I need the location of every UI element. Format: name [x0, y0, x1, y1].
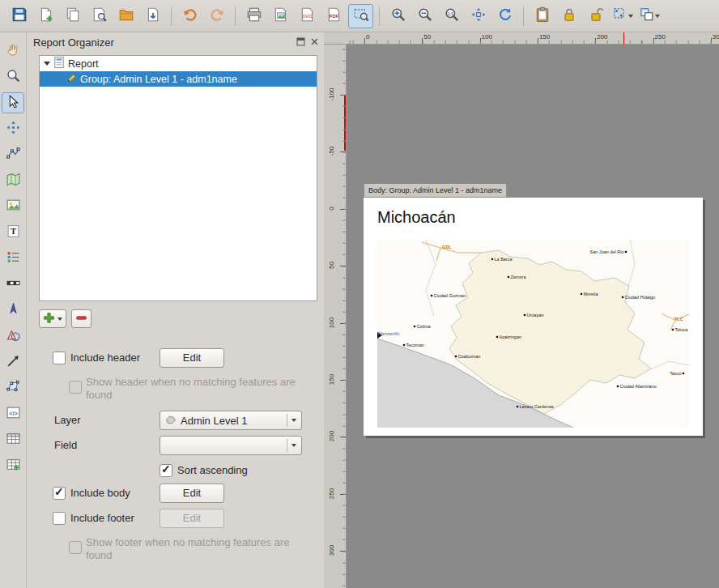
save-as-template-button[interactable] — [140, 4, 165, 28]
export-pdf-icon: PDF — [326, 6, 342, 25]
pan-tool-button[interactable] — [2, 40, 24, 62]
field-combo[interactable] — [160, 436, 302, 455]
unlock-items-button[interactable] — [583, 4, 608, 28]
layout-canvas-area: 050100150200250300 -100-5005010015020025… — [324, 32, 719, 588]
add-shape-button[interactable] — [2, 326, 24, 347]
preview-refresh-button[interactable] — [348, 4, 373, 28]
toolbar-separator — [235, 6, 236, 26]
lock-items-button[interactable] — [556, 4, 581, 28]
layer-combo-value: Admin Level 1 — [181, 415, 247, 427]
layer-combo[interactable]: Admin Level 1 — [160, 411, 302, 430]
add-legend-button[interactable] — [2, 248, 24, 269]
edit-nodes-button[interactable] — [2, 144, 24, 165]
select-items-button[interactable] — [610, 4, 635, 28]
zoom-full-icon — [470, 6, 487, 25]
map-item[interactable]: GDLSan Juan del RioLa BarcaZamoraCiudad … — [377, 240, 689, 428]
include-header-checkbox[interactable]: ✓ — [53, 352, 66, 364]
add-arrow-button[interactable] — [2, 352, 24, 373]
include-header-label: Include header — [70, 352, 140, 364]
redo-button[interactable] — [204, 4, 229, 28]
add-scalebar-button[interactable] — [2, 274, 24, 295]
svg-text:Toluca: Toluca — [675, 327, 689, 332]
remove-section-button[interactable] — [71, 309, 91, 328]
add-map-button[interactable] — [2, 170, 24, 191]
include-body-label: Include body — [70, 487, 130, 500]
add-north-arrow-button[interactable] — [2, 300, 24, 321]
svg-text:1:1: 1:1 — [447, 11, 453, 16]
add-html-button[interactable]: </> — [2, 403, 24, 424]
tree-item-group[interactable]: Group: Admin Level 1 - adm1name — [40, 71, 317, 87]
expander-icon[interactable] — [44, 62, 50, 66]
save-project-button[interactable] — [6, 4, 32, 28]
body-frame-tab-label: Body: Group: Admin Level 1 - adm1name — [368, 186, 502, 194]
cursor-arrow-icon — [6, 94, 21, 112]
svg-text:Coalcoman: Coalcoman — [458, 354, 481, 359]
print-button[interactable] — [241, 4, 266, 28]
add-north-arrow-icon — [6, 301, 21, 319]
svg-text:La Barca: La Barca — [495, 257, 513, 262]
zoom-out-icon — [417, 6, 433, 25]
zoom-in-icon — [390, 6, 406, 25]
svg-text:Morelia: Morelia — [584, 292, 599, 296]
export-pdf-button[interactable]: PDF — [321, 4, 347, 28]
new-report-icon — [38, 6, 54, 25]
report-page[interactable]: Michoacán GDLSan Juan del R — [364, 198, 703, 436]
add-node-item-button[interactable] — [2, 377, 24, 398]
unlock-icon — [588, 6, 604, 25]
sort-ascending-checkbox[interactable]: ✓ — [160, 464, 172, 477]
edit-nodes-icon — [6, 146, 21, 164]
dropdown-arrow-icon — [628, 15, 633, 18]
dropdown-arrow-icon — [57, 317, 62, 321]
dropdown-arrow-icon — [291, 444, 296, 447]
zoom-full-button[interactable] — [466, 4, 491, 28]
add-fixed-table-button[interactable] — [2, 455, 24, 476]
copy-button[interactable] — [530, 4, 555, 28]
tree-item-report[interactable]: Report — [40, 56, 317, 71]
tree-actions — [39, 309, 91, 328]
save-icon — [11, 6, 28, 25]
duplicate-report-button[interactable] — [60, 4, 85, 28]
dropdown-arrow-icon — [291, 419, 296, 422]
top-toolbar: SVG PDF 1:1 — [0, 0, 719, 32]
add-picture-button[interactable] — [2, 196, 24, 217]
close-panel-icon[interactable] — [310, 36, 319, 49]
show-header-label: Show header when no matching features ar… — [86, 376, 296, 402]
zoom-in-button[interactable] — [385, 4, 411, 28]
load-template-button[interactable] — [113, 4, 138, 28]
zoom-tool-button[interactable] — [2, 66, 24, 87]
export-svg-icon: SVG — [300, 6, 316, 25]
svg-text:TLC: TLC — [674, 317, 683, 322]
undo-button[interactable] — [177, 4, 202, 28]
edit-header-button[interactable]: Edit — [160, 348, 224, 368]
add-label-button[interactable]: T — [2, 222, 24, 243]
float-panel-icon[interactable] — [296, 36, 305, 49]
report-manager-button[interactable] — [87, 4, 112, 28]
add-attribute-table-button[interactable] — [2, 429, 24, 450]
edit-body-button[interactable]: Edit — [160, 484, 224, 503]
layout-canvas[interactable]: Body: Group: Admin Level 1 - adm1name Mi… — [347, 45, 719, 588]
item-options-button[interactable] — [636, 4, 662, 28]
report-tree[interactable]: Report Group: Admin Level 1 - adm1name — [39, 55, 317, 301]
add-html-icon: </> — [6, 405, 21, 423]
report-manager-icon — [91, 6, 108, 25]
svg-text:Manzanillo: Manzanillo — [378, 331, 399, 336]
svg-text:Lazaro Cardenas: Lazaro Cardenas — [520, 404, 554, 409]
add-legend-icon — [6, 249, 21, 267]
svg-text:</>: </> — [9, 410, 18, 417]
zoom-out-button[interactable] — [412, 4, 437, 28]
select-move-item-button[interactable] — [2, 92, 24, 113]
horizontal-ruler: 050100150200250300 — [347, 32, 719, 45]
export-image-button[interactable] — [268, 4, 293, 28]
new-report-button[interactable] — [33, 4, 58, 28]
move-item-content-button[interactable] — [2, 118, 24, 139]
add-section-button[interactable] — [39, 309, 66, 328]
include-body-checkbox[interactable]: ✓ — [53, 487, 66, 500]
svg-text:SVG: SVG — [301, 13, 312, 19]
export-svg-button[interactable]: SVG — [295, 4, 320, 28]
include-footer-checkbox[interactable]: ✓ — [53, 512, 66, 525]
dropdown-arrow-icon — [655, 15, 660, 18]
zoom-actual-button[interactable]: 1:1 — [439, 4, 464, 28]
edit-footer-button: Edit — [160, 509, 224, 528]
toolbar-separator — [523, 6, 524, 26]
refresh-button[interactable] — [492, 4, 517, 28]
